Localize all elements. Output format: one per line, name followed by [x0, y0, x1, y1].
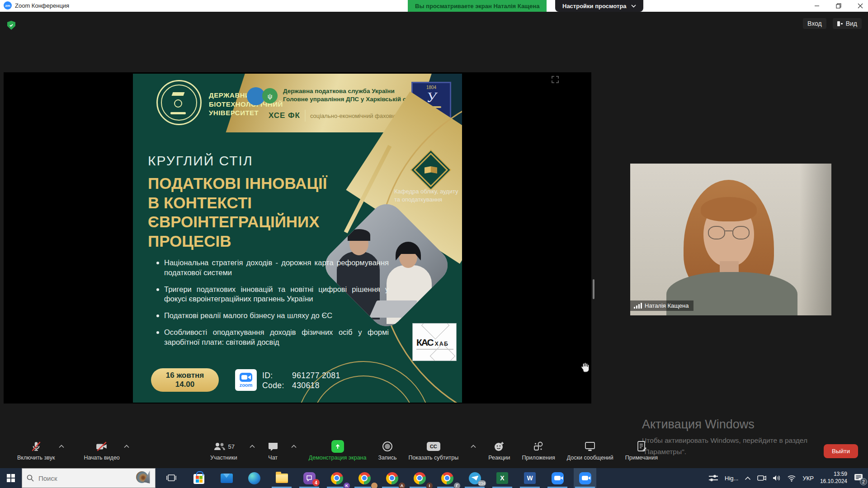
taskbar-chrome-1[interactable]: K [326, 468, 348, 488]
mail-icon [221, 474, 233, 483]
search-input[interactable] [38, 474, 106, 482]
share-screen-icon [331, 440, 344, 453]
window-titlebar: zm Zoom Конференция Вы просматриваете эк… [0, 0, 868, 12]
trident-emblem: ψ [262, 88, 278, 103]
participants-icon [213, 441, 226, 452]
participant-video[interactable]: Наталія Кащена [630, 164, 831, 315]
chat-button[interactable]: Чат [267, 440, 279, 461]
captions-button[interactable]: CC Показать субтитры [408, 440, 458, 461]
taskbar-chrome-4[interactable]: I [408, 468, 431, 488]
audio-signal-icon [634, 303, 642, 309]
camera-off-icon [95, 440, 108, 453]
tray-chevron-icon[interactable] [745, 476, 751, 480]
taskbar-zoom-active[interactable] [574, 468, 596, 488]
whiteboard-icon [584, 440, 596, 453]
login-button[interactable]: Вход [803, 18, 826, 29]
start-button[interactable] [0, 468, 22, 488]
task-view-button[interactable] [160, 468, 183, 488]
poster-title: ПОДАТКОВІ ІННОВАЦІЇ В КОНТЕКСТІ ЄВРОІНТЕ… [148, 174, 327, 251]
taskbar-store[interactable] [188, 468, 210, 488]
list-item: Національна стратегія доходів - дорожня … [156, 258, 389, 278]
banner-text: Вы просматриваете экран Наталія Кащена [415, 3, 539, 9]
tray-overflow-label[interactable]: Hig... [725, 475, 738, 482]
start-video-button[interactable]: Начать видео [84, 440, 119, 461]
chat-chevron[interactable] [291, 445, 297, 448]
taskbar-chrome-5[interactable]: Г [436, 468, 458, 488]
share-screen-button[interactable]: Демонстрация экрана [309, 440, 367, 461]
zoom-logo: zoom [235, 369, 257, 391]
notification-center-button[interactable]: 2 [854, 473, 864, 483]
chrome-icon [414, 472, 426, 484]
login-label: Вход [807, 20, 822, 27]
panel-resize-handle[interactable] [593, 279, 594, 299]
taskbar-mail[interactable] [215, 468, 238, 488]
cc-icon: CC [427, 442, 440, 451]
unmute-button[interactable]: Включить звук [17, 440, 55, 461]
apps-button[interactable]: Приложения [522, 440, 555, 461]
volume-icon[interactable] [773, 474, 781, 482]
meeting-toolbar: Включить звук Начать видео 57 [0, 437, 868, 468]
zoom-icon [579, 472, 591, 484]
network-icon[interactable] [787, 475, 796, 482]
reactions-button[interactable]: Реакции [488, 440, 510, 461]
fit-to-window-icon[interactable] [551, 75, 560, 84]
record-button[interactable]: Запись [378, 440, 396, 461]
smiley-icon [493, 440, 505, 453]
windows-taskbar: 4 K A I [0, 468, 868, 488]
captions-chevron[interactable] [470, 445, 476, 448]
zoom-icon [552, 472, 564, 484]
department-name: Кафедра обліку, аудиту та оподаткування [394, 188, 458, 203]
taskbar-telegram[interactable]: 234 [463, 468, 486, 488]
zoom-app-icon: zm [4, 1, 12, 9]
view-button[interactable]: Вид [833, 18, 862, 29]
audio-mixer-icon[interactable] [708, 474, 718, 482]
participants-button[interactable]: 57 Участники [210, 440, 237, 461]
notification-badge: 2 [860, 478, 867, 485]
taskbar-excel[interactable]: X [491, 468, 514, 488]
search-highlight-image[interactable] [136, 470, 151, 483]
chrome-profile-badge [371, 482, 378, 488]
search-icon [27, 474, 34, 482]
date: 16.10.2024 [820, 478, 847, 485]
zoom-meeting-window: zm Zoom Конференция Вы просматриваете эк… [0, 0, 868, 488]
list-item: Податкові реалії малого бізнесу на шляху… [156, 311, 389, 321]
taskbar-chrome-2[interactable] [353, 468, 376, 488]
taskbar-word[interactable]: W [519, 468, 541, 488]
leave-meeting-button[interactable]: Выйти [824, 444, 858, 458]
chrome-icon [359, 472, 371, 484]
participants-count: 57 [228, 443, 235, 450]
list-item: Тригери податкових інновацій та новітні … [156, 285, 389, 305]
chrome-profile-badge: Г [453, 482, 461, 488]
participants-chevron[interactable] [249, 445, 255, 448]
taskbar-explorer[interactable] [270, 468, 293, 488]
notes-button[interactable]: Примечания [625, 440, 658, 461]
taskbar-chrome-3[interactable]: A [381, 468, 403, 488]
word-icon: W [524, 472, 536, 484]
taskbar-viber[interactable]: 4 [298, 468, 321, 488]
language-indicator[interactable]: УКР [802, 475, 814, 482]
taskbar-zoom[interactable] [546, 468, 569, 488]
close-button[interactable] [857, 3, 863, 9]
audio-options-chevron[interactable] [58, 445, 65, 448]
university-emblem [156, 80, 202, 125]
viber-badge: 4 [312, 479, 320, 486]
clock[interactable]: 13:59 16.10.2024 [820, 471, 847, 485]
taskbar-edge[interactable] [243, 468, 265, 488]
apps-icon [533, 440, 544, 453]
minimize-button[interactable] [814, 3, 820, 9]
file-explorer-icon [276, 474, 288, 483]
participant-name: Наталія Кащена [645, 302, 689, 309]
video-options-chevron[interactable] [123, 445, 130, 448]
kas-hub-logo: КАСХАБ [412, 323, 457, 361]
camera-in-use-icon[interactable] [757, 474, 766, 482]
record-icon [382, 440, 393, 453]
store-icon [193, 474, 204, 484]
taskbar-search[interactable] [22, 468, 156, 488]
whiteboards-button[interactable]: Доски сообщений [567, 440, 613, 461]
window-title: Zoom Конференция [15, 2, 69, 9]
security-shield-icon[interactable] [7, 21, 15, 30]
view-settings-button[interactable]: Настройки просмотра [555, 0, 643, 12]
chrome-profile-badge: A [398, 482, 406, 488]
task-view-icon [166, 473, 177, 483]
restore-button[interactable] [835, 3, 842, 9]
